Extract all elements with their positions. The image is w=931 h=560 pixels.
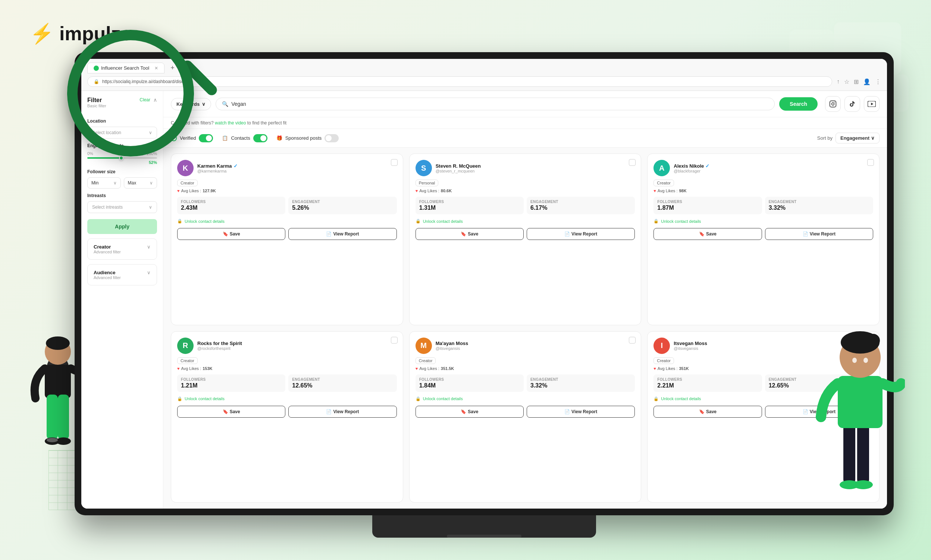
followers-label: FOLLOWERS <box>657 377 758 382</box>
followers-stat: FOLLOWERS 1.87M <box>653 197 762 214</box>
svg-point-27 <box>866 334 880 347</box>
save-button[interactable]: 🔖 Save <box>177 228 285 240</box>
audience-filter-accordion[interactable]: Audience Advanced filter ∨ <box>87 264 157 285</box>
engagement-label: ENGAGEMENT <box>292 377 393 382</box>
bookmark-icon[interactable]: ☆ <box>844 78 849 85</box>
follower-min-label: Min <box>91 180 99 186</box>
tiktok-icon-button[interactable] <box>845 96 860 112</box>
unlock-contact[interactable]: 🔒 Unlock contact details <box>177 397 397 401</box>
follower-max-input[interactable]: Max ∨ <box>124 177 157 189</box>
view-report-button[interactable]: 📄 View Report <box>288 406 397 418</box>
engagement-min: 0% <box>87 151 93 156</box>
contacts-label: Contacts <box>231 135 250 141</box>
verified-toggle[interactable]: Verified <box>171 134 213 142</box>
new-tab-button[interactable]: + <box>167 63 178 74</box>
engagement-stat: ENGAGEMENT 12.65% <box>288 374 397 392</box>
social-platform-icons <box>825 96 880 112</box>
filter-clear-button[interactable]: Clear <box>139 97 150 103</box>
engagement-thumb[interactable] <box>119 156 124 160</box>
view-report-button[interactable]: 📄 View Report <box>765 228 873 240</box>
influencer-name: Steven R. McQueen <box>435 163 481 169</box>
svg-point-29 <box>863 358 868 363</box>
engagement-label: ENGAGEMENT <box>530 200 631 204</box>
avg-likes-label: Avg Likes : <box>658 189 678 193</box>
tab-title: Influencer Search Tool <box>101 65 149 71</box>
save-label: Save <box>230 231 240 237</box>
svg-rect-15 <box>46 395 58 439</box>
apply-button[interactable]: Apply <box>87 219 157 234</box>
view-report-button[interactable]: 📄 View Report <box>526 228 635 240</box>
avg-likes-value: 98K <box>679 189 686 193</box>
influencer-tag: Creator <box>653 180 674 186</box>
keyword-chevron: ∨ <box>202 102 205 107</box>
svg-rect-21 <box>857 425 869 484</box>
unlock-label: Unlock contact details <box>661 219 701 223</box>
sponsored-toggle[interactable]: 🎁 Sponsored posts <box>276 134 339 142</box>
followers-value: 1.31M <box>419 205 520 211</box>
youtube-icon-button[interactable] <box>864 96 880 112</box>
share-icon[interactable]: ↑ <box>837 78 840 85</box>
follower-min-chevron: ∨ <box>113 180 117 186</box>
save-button[interactable]: 🔖 Save <box>177 406 285 418</box>
sponsored-switch[interactable] <box>324 134 339 142</box>
search-input-wrap[interactable]: 🔍 Vegan <box>216 98 775 110</box>
save-button[interactable]: 🔖 Save <box>415 406 524 418</box>
card-checkbox[interactable] <box>867 159 874 166</box>
svg-rect-30 <box>830 101 836 107</box>
hint-video-link[interactable]: watch the video <box>215 120 246 126</box>
filter-collapse-icon[interactable]: ∧ <box>153 97 157 103</box>
avg-likes-label: Avg Likes : <box>181 366 201 371</box>
influencer-card: S Steven R. McQueen @steven_r_mcqueen Pe… <box>409 154 642 325</box>
instagram-icon-button[interactable] <box>825 96 841 112</box>
tab-close-icon[interactable]: ✕ <box>154 66 158 71</box>
sort-dropdown[interactable]: Engagement ∨ <box>835 132 880 143</box>
verified-switch[interactable] <box>199 134 213 142</box>
save-button[interactable]: 🔖 Save <box>415 228 524 240</box>
followers-stat: FOLLOWERS 1.21M <box>177 374 285 392</box>
keyword-dropdown[interactable]: Keywords ∨ <box>171 98 211 110</box>
svg-point-32 <box>834 102 835 103</box>
search-button[interactable]: Search <box>779 97 818 111</box>
unlock-contact[interactable]: 🔒 Unlock contact details <box>653 219 873 223</box>
save-button[interactable]: 🔖 Save <box>653 228 762 240</box>
contacts-toggle[interactable]: 📋 Contacts <box>222 134 267 142</box>
avg-likes-value: 80.6K <box>441 189 452 193</box>
avg-likes: ♥ Avg Likes : 351.5K <box>415 366 635 371</box>
grid-icon[interactable]: ⊞ <box>854 78 858 85</box>
browser-tab[interactable]: Influencer Search Tool ✕ <box>87 63 165 74</box>
menu-icon[interactable]: ⋮ <box>875 78 881 85</box>
card-checkbox[interactable] <box>629 159 636 166</box>
search-query[interactable]: Vegan <box>231 101 768 107</box>
interests-select[interactable]: Select intreasts ∨ <box>87 201 157 213</box>
unlock-label: Unlock contact details <box>423 219 463 223</box>
save-button[interactable]: 🔖 Save <box>653 406 762 418</box>
follower-min-input[interactable]: Min ∨ <box>87 177 121 189</box>
profile-icon[interactable]: 👤 <box>863 78 871 85</box>
heart-icon: ♥ <box>177 366 180 371</box>
view-report-button[interactable]: 📄 View Report <box>526 406 635 418</box>
card-checkbox[interactable] <box>391 337 398 343</box>
unlock-contact[interactable]: 🔒 Unlock contact details <box>177 219 397 223</box>
card-checkbox[interactable] <box>629 337 636 343</box>
verified-badge: ✓ <box>706 163 709 169</box>
save-icon: 🔖 <box>223 409 228 414</box>
save-icon: 🔖 <box>461 231 466 237</box>
view-report-button[interactable]: 📄 View Report <box>288 228 397 240</box>
contacts-switch[interactable] <box>253 134 267 142</box>
creator-filter-accordion[interactable]: Creator Advanced filter ∨ <box>87 238 157 260</box>
heart-icon: ♥ <box>415 366 418 371</box>
main-content: Keywords ∨ 🔍 Vegan Search <box>164 91 887 509</box>
influencer-grid: K Karmen Karma ✓ @karmenkarma Creator ♥ … <box>164 148 887 509</box>
followers-value: 1.87M <box>657 205 758 211</box>
report-icon: 📄 <box>564 409 570 414</box>
character-right <box>815 305 905 515</box>
lock-icon: 🔒 <box>177 219 182 223</box>
engagement-value: 3.32% <box>769 205 869 211</box>
location-select[interactable]: Select location ∨ <box>87 127 157 138</box>
unlock-contact[interactable]: 🔒 Unlock contact details <box>415 219 635 223</box>
engagement-slider-track[interactable] <box>87 157 157 159</box>
influencer-handle: @steven_r_mcqueen <box>435 169 481 173</box>
card-checkbox[interactable] <box>391 159 398 166</box>
unlock-contact[interactable]: 🔒 Unlock contact details <box>415 397 635 401</box>
search-icon: 🔍 <box>222 101 228 107</box>
